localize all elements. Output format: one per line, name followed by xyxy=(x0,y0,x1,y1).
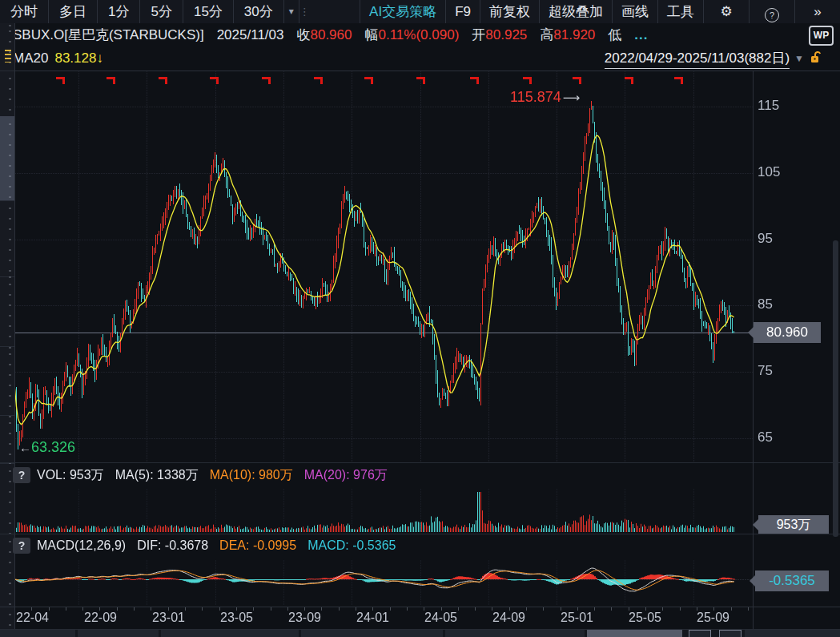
tab-15min[interactable]: 15分 xyxy=(183,0,234,23)
help-icon[interactable]: ? xyxy=(749,0,794,23)
x-axis-label: 22-09 xyxy=(84,611,117,625)
panel-separator xyxy=(0,462,840,463)
sidebar-clipped-text xyxy=(5,50,11,62)
f9-button[interactable]: F9 xyxy=(445,0,480,23)
x-axis-label: 25-01 xyxy=(561,611,593,625)
unlock-icon[interactable] xyxy=(810,50,822,67)
change-value: 0.11%(0.090) xyxy=(378,27,459,42)
ai-strategy-button[interactable]: AI交易策略 xyxy=(360,0,445,23)
x-axis-label: 23-01 xyxy=(152,611,185,625)
low-label: 低 xyxy=(608,26,621,44)
close-value: 80.960 xyxy=(310,27,352,42)
gear-icon[interactable]: ⚙ xyxy=(703,0,749,23)
draw-line-button[interactable]: 画线 xyxy=(612,0,657,23)
x-axis-label: 23-05 xyxy=(220,611,253,625)
quote-date: 2025/11/03 xyxy=(217,27,284,43)
scrollbar-button[interactable] xyxy=(719,630,742,637)
close-label: 收 xyxy=(296,27,310,42)
super-overlay-button[interactable]: 超级叠加 xyxy=(539,0,612,23)
price-tick-label: 115 xyxy=(758,98,806,114)
tools-button[interactable]: 工具 xyxy=(657,0,703,23)
change-label: 幅 xyxy=(364,27,378,42)
wp-badge[interactable]: WP xyxy=(809,26,834,46)
price-tick-label: 75 xyxy=(758,363,806,379)
high-price-annotation: 115.874⟶ xyxy=(510,89,580,106)
stock-app-window: 分时 多日 1分 5分 15分 30分 ▾ ⋮ AI交易策略 F9 前复权 超级… xyxy=(0,0,840,637)
low-price-annotation: ←63.326 xyxy=(19,439,75,456)
high-label: 高 xyxy=(540,27,553,42)
period-dropdown-icon[interactable]: ▾ xyxy=(284,0,299,23)
x-axis-label: 24-05 xyxy=(424,611,457,625)
quote-info-bar: SBUX.O[星巴克(STARBUCKS)] 2025/11/03 收80.96… xyxy=(0,23,840,46)
bottom-scrollbar[interactable] xyxy=(0,630,840,637)
x-axis-label: 23-09 xyxy=(288,611,321,625)
top-toolbar: 分时 多日 1分 5分 15分 30分 ▾ ⋮ AI交易策略 F9 前复权 超级… xyxy=(0,0,840,24)
macd-indicator-row: ? MACD(12,26,9) DIF: -0.3678 DEA: -0.099… xyxy=(13,534,407,557)
symbol-name[interactable]: SBUX.O[星巴克(STARBUCKS)] xyxy=(13,26,204,44)
scrollbar-thumb[interactable] xyxy=(587,630,682,637)
date-range-selector[interactable]: 2022/04/29-2025/11/03(882日) xyxy=(605,49,790,69)
volume-help-button[interactable]: ? xyxy=(13,467,30,483)
x-axis-label: 25-05 xyxy=(629,611,661,625)
price-tick-label: 65 xyxy=(758,429,806,445)
open-label: 开 xyxy=(472,27,485,42)
right-arrow-icon: ⟶ xyxy=(563,91,581,104)
tab-intraday[interactable]: 分时 xyxy=(0,0,49,23)
tab-5min[interactable]: 5分 xyxy=(140,0,183,23)
tab-1min[interactable]: 1分 xyxy=(98,0,140,23)
volume-badge: 953万 xyxy=(758,515,829,534)
price-tick-label: 85 xyxy=(758,296,806,312)
tab-30min[interactable]: 30分 xyxy=(234,0,284,23)
volume-indicator-row: ? VOL: 953万 MA(5): 1338万 MA(10): 980万 MA… xyxy=(13,464,399,486)
price-axis-line xyxy=(753,71,754,629)
high-value: 81.920 xyxy=(553,27,595,42)
date-range-caret-icon[interactable]: ▼ xyxy=(794,53,804,64)
sidebar-active-item[interactable] xyxy=(0,116,14,201)
adjust-mode-button[interactable]: 前复权 xyxy=(480,0,539,23)
right-scrollbar[interactable] xyxy=(833,240,838,537)
tab-multiday[interactable]: 多日 xyxy=(49,0,98,23)
price-tick-label: 95 xyxy=(758,231,806,247)
ma-info-bar: MA20 83.128↓ 2022/04/29-2025/11/03(882日)… xyxy=(0,46,840,71)
scrollbar-button[interactable] xyxy=(689,630,711,637)
macd-badge: -0.5365 xyxy=(755,570,829,591)
last-price-badge: 80.960 xyxy=(754,322,821,343)
expand-toolbar-icon[interactable]: » xyxy=(794,0,840,23)
left-arrow-icon: ← xyxy=(19,441,31,454)
more-periods-icon: ⋮ xyxy=(299,6,311,18)
x-axis-label: 24-01 xyxy=(356,611,389,625)
x-axis-label: 24-09 xyxy=(492,611,525,625)
x-axis-label: 22-04 xyxy=(16,611,49,625)
open-value: 80.925 xyxy=(485,27,527,42)
macd-help-button[interactable]: ? xyxy=(13,538,30,554)
x-axis-label: 25-09 xyxy=(697,611,729,625)
ma20-label: MA20 xyxy=(13,50,48,67)
date-axis: 22-0422-0923-0123-0523-0924-0124-0524-09… xyxy=(0,607,840,629)
ma20-value: 83.128↓ xyxy=(54,50,103,67)
price-tick-label: 105 xyxy=(758,164,806,180)
quote-ellipsis[interactable]: ... xyxy=(634,27,648,43)
